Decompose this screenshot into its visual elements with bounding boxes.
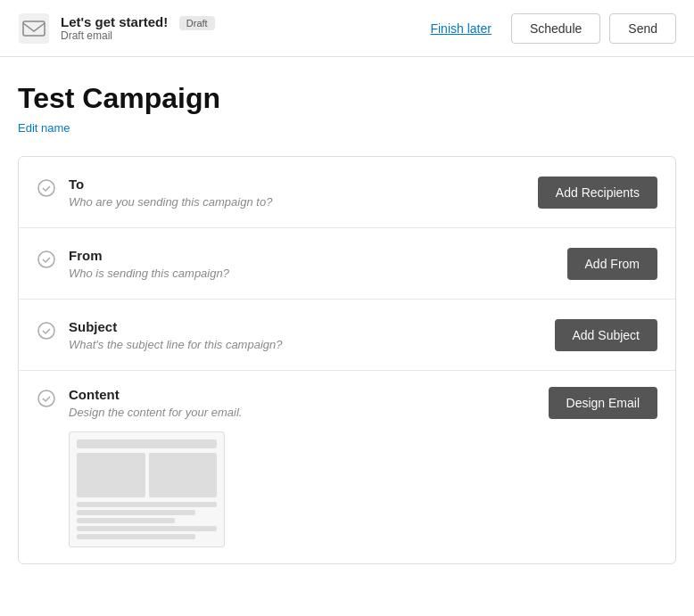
subject-check-icon — [37, 321, 56, 341]
to-section: To Who are you sending this campaign to?… — [19, 157, 675, 228]
preview-line-2 — [77, 510, 195, 515]
subject-description: What's the subject line for this campaig… — [69, 338, 283, 351]
from-title: From — [69, 248, 229, 263]
preview-line-1 — [77, 502, 217, 507]
preview-line-3 — [77, 518, 175, 523]
svg-point-2 — [38, 180, 54, 196]
preview-line-5 — [77, 534, 195, 539]
from-section-left: From Who is sending this campaign? — [37, 248, 229, 280]
header-title: Let's get started! Draft — [61, 14, 215, 29]
finish-later-button[interactable]: Finish later — [419, 14, 501, 43]
to-description: Who are you sending this campaign to? — [69, 195, 272, 209]
sections-card: To Who are you sending this campaign to?… — [18, 156, 676, 564]
header-right: Finish later Schedule Send — [419, 13, 676, 44]
draft-badge: Draft — [179, 16, 215, 30]
from-check-icon — [37, 250, 56, 269]
preview-col-left — [77, 453, 145, 497]
content-title: Content — [69, 387, 242, 402]
header-text: Let's get started! Draft Draft email — [61, 14, 215, 42]
edit-name-link[interactable]: Edit name — [18, 121, 70, 135]
svg-point-3 — [38, 251, 54, 267]
preview-text-lines — [77, 502, 217, 539]
schedule-button[interactable]: Schedule — [511, 13, 600, 44]
header-left: Let's get started! Draft Draft email — [18, 12, 215, 45]
preview-line-4 — [77, 526, 217, 531]
to-section-text: To Who are you sending this campaign to? — [69, 177, 272, 209]
design-email-button[interactable]: Design Email — [549, 387, 657, 419]
preview-header — [77, 439, 217, 448]
from-section: From Who is sending this campaign? Add F… — [19, 228, 675, 300]
campaign-title: Test Campaign — [18, 82, 676, 115]
add-recipients-button[interactable]: Add Recipients — [538, 177, 657, 209]
header-subtitle: Draft email — [61, 29, 215, 42]
svg-point-4 — [38, 323, 54, 339]
svg-point-5 — [38, 390, 54, 407]
subject-section-text: Subject What's the subject line for this… — [69, 319, 283, 351]
to-title: To — [69, 177, 272, 192]
preview-col-right — [149, 453, 218, 497]
content-check-icon — [37, 389, 56, 408]
content-section: Content Design the content for your emai… — [19, 371, 675, 563]
email-preview-content — [69, 431, 225, 547]
add-subject-button[interactable]: Add Subject — [555, 319, 658, 351]
content-description: Design the content for your email. — [69, 406, 242, 419]
preview-two-col — [77, 453, 217, 497]
to-section-left: To Who are you sending this campaign to? — [37, 177, 272, 209]
email-preview-thumbnail — [69, 431, 225, 547]
subject-section-left: Subject What's the subject line for this… — [37, 319, 283, 351]
content-section-text: Content Design the content for your emai… — [69, 387, 242, 419]
from-description: Who is sending this campaign? — [69, 267, 229, 280]
send-button[interactable]: Send — [609, 13, 676, 44]
subject-title: Subject — [69, 319, 283, 334]
subject-section: Subject What's the subject line for this… — [19, 300, 675, 371]
from-section-text: From Who is sending this campaign? — [69, 248, 229, 280]
to-check-icon — [37, 178, 56, 198]
main-content: Test Campaign Edit name To Who are you s… — [0, 57, 694, 582]
email-icon — [18, 12, 50, 45]
add-from-button[interactable]: Add From — [567, 248, 657, 280]
content-section-left: Content Design the content for your emai… — [37, 387, 242, 419]
app-header: Let's get started! Draft Draft email Fin… — [0, 0, 694, 57]
